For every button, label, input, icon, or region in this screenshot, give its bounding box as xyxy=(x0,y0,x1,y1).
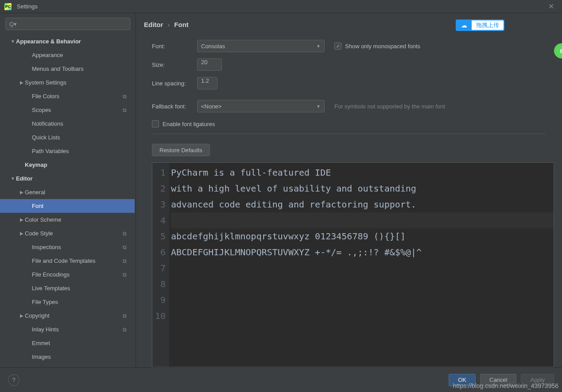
tree-item-images[interactable]: Images xyxy=(0,350,135,364)
tree-label: Keymap xyxy=(25,161,135,168)
project-scope-icon: ⧉ xyxy=(123,107,127,113)
app-icon: PC xyxy=(4,3,12,10)
tree-item-editor[interactable]: ▼Editor xyxy=(0,172,135,185)
help-button[interactable]: ? xyxy=(8,374,19,386)
tree-item-color-scheme[interactable]: ▶Color Scheme xyxy=(0,213,135,227)
line-number: 4 xyxy=(152,212,166,228)
code-line: advanced code editing and refactoring su… xyxy=(171,196,554,212)
font-combo[interactable]: Consolas ▼ xyxy=(197,40,325,52)
tree-item-file-types[interactable]: File Types xyxy=(0,295,135,309)
project-scope-icon: ⧉ xyxy=(123,231,127,237)
code-line xyxy=(171,276,554,292)
tree-item-file-encodings[interactable]: File Encodings⧉ xyxy=(0,268,135,281)
size-input[interactable]: 20 xyxy=(197,58,222,71)
tree-label: Live Templates xyxy=(32,285,135,292)
tree-label: System Settings xyxy=(25,79,135,86)
project-scope-icon: ⧉ xyxy=(123,327,127,333)
search-field[interactable] xyxy=(19,21,126,27)
tree-label: File Colors xyxy=(32,93,123,100)
checkbox-icon: ✓ xyxy=(334,42,341,50)
watermark: https://blog.csdn.net/weixin_43973956 xyxy=(453,382,558,389)
breadcrumb-separator: › xyxy=(167,21,170,28)
tree-item-scopes[interactable]: Scopes⧉ xyxy=(0,103,135,117)
search-icon: Q▾ xyxy=(9,21,17,27)
code-line: abcdefghijklmnopqrstuvwxyz 0123456789 ()… xyxy=(171,228,554,244)
project-scope-icon: ⧉ xyxy=(123,93,127,100)
close-icon[interactable]: ✕ xyxy=(545,2,558,11)
line-number: 7 xyxy=(152,260,166,276)
titlebar: PC Settings ✕ xyxy=(0,0,562,13)
tree-label: General xyxy=(25,189,135,196)
line-number: 6 xyxy=(152,244,166,260)
restore-defaults-button[interactable]: Restore Defaults xyxy=(152,144,210,156)
line-number: 9 xyxy=(152,292,166,308)
tree-label: Copyright xyxy=(25,312,123,319)
ligatures-checkbox[interactable]: Enable font ligatures xyxy=(152,120,215,127)
chevron-right-icon: ▶ xyxy=(19,313,25,318)
tree-label: Code Style xyxy=(25,230,123,237)
chevron-right-icon: ▶ xyxy=(19,231,25,236)
tree-item-copyright[interactable]: ▶Copyright⧉ xyxy=(0,309,135,323)
tree-label: Path Variables xyxy=(32,148,135,154)
font-combo-value: Consolas xyxy=(201,43,225,50)
mono-checkbox-label: Show only monospaced fonts xyxy=(345,43,420,50)
tree-label: File and Code Templates xyxy=(32,257,123,264)
tree-item-path-variables[interactable]: Path Variables xyxy=(0,144,135,158)
line-gutter: 12345678910 xyxy=(152,163,169,367)
tree-label: Menus and Toolbars xyxy=(32,65,135,72)
tree-item-general[interactable]: ▶General xyxy=(0,185,135,199)
chevron-down-icon: ▼ xyxy=(10,176,16,181)
code-line xyxy=(171,292,554,308)
cloud-icon: ☁ xyxy=(457,20,472,30)
tree-item-file-and-code-templates[interactable]: File and Code Templates⧉ xyxy=(0,254,135,268)
fallback-combo-value: <None> xyxy=(201,103,221,110)
tree-item-menus-and-toolbars[interactable]: Menus and Toolbars xyxy=(0,62,135,76)
fallback-hint: For symbols not supported by the main fo… xyxy=(334,103,445,110)
tree-item-system-settings[interactable]: ▶System Settings xyxy=(0,76,135,89)
window-title: Settings xyxy=(17,3,38,10)
fallback-label: Fallback font: xyxy=(152,103,197,110)
tree-item-file-colors[interactable]: File Colors⧉ xyxy=(0,89,135,103)
code-line xyxy=(171,260,554,276)
line-number: 8 xyxy=(152,276,166,292)
tree-item-font[interactable]: Font xyxy=(0,199,135,213)
tree-item-quick-lists[interactable]: Quick Lists xyxy=(0,131,135,144)
tree-item-notifications[interactable]: Notifications xyxy=(0,117,135,131)
upload-widget[interactable]: ☁ 拖拽上传 xyxy=(456,19,504,31)
line-number: 3 xyxy=(152,196,166,212)
settings-tree[interactable]: ▼Appearance & BehaviorAppearanceMenus an… xyxy=(0,35,136,367)
tree-label: File Types xyxy=(32,299,135,305)
tree-item-inspections[interactable]: Inspections⧉ xyxy=(0,240,135,254)
ligatures-label: Enable font ligatures xyxy=(163,121,215,127)
code-preview[interactable]: PyCharm is a full-featured IDEwith a hig… xyxy=(169,163,554,367)
tree-item-keymap[interactable]: Keymap xyxy=(0,158,135,172)
tree-label: Images xyxy=(32,354,135,360)
search-input[interactable]: Q▾ xyxy=(5,18,130,30)
code-line: ABCDEFGHIJKLMNOPQRSTUVWXYZ +-*/= .,;:!? … xyxy=(171,244,554,260)
tree-item-code-style[interactable]: ▶Code Style⧉ xyxy=(0,227,135,240)
checkbox-icon xyxy=(152,120,159,127)
tree-item-appearance-behavior[interactable]: ▼Appearance & Behavior xyxy=(0,35,135,48)
project-scope-icon: ⧉ xyxy=(123,244,127,250)
tree-label: Notifications xyxy=(32,120,135,127)
mono-checkbox[interactable]: ✓ Show only monospaced fonts xyxy=(334,42,420,50)
project-scope-icon: ⧉ xyxy=(123,313,127,319)
font-label: Font: xyxy=(152,43,197,50)
tree-label: Scopes xyxy=(32,107,123,113)
chevron-right-icon: ▶ xyxy=(19,190,25,195)
divider xyxy=(152,134,546,134)
code-line: with a high level of usability and outst… xyxy=(171,181,554,196)
tree-item-emmet[interactable]: Emmet xyxy=(0,336,135,350)
chevron-down-icon: ▼ xyxy=(316,44,321,49)
breadcrumb-root[interactable]: Editor xyxy=(144,21,163,28)
tree-item-live-templates[interactable]: Live Templates xyxy=(0,281,135,295)
project-scope-icon: ⧉ xyxy=(123,258,127,264)
line-number: 10 xyxy=(152,308,166,324)
font-preview: 12345678910 PyCharm is a full-featured I… xyxy=(152,162,554,367)
fallback-combo[interactable]: <None> ▼ xyxy=(197,100,325,112)
spacing-input[interactable]: 1.2 xyxy=(197,77,217,89)
tree-label: Color Scheme xyxy=(25,216,135,223)
tree-label: Font xyxy=(32,203,135,209)
tree-item-inlay-hints[interactable]: Inlay Hints⧉ xyxy=(0,323,135,336)
tree-item-appearance[interactable]: Appearance xyxy=(0,48,135,62)
